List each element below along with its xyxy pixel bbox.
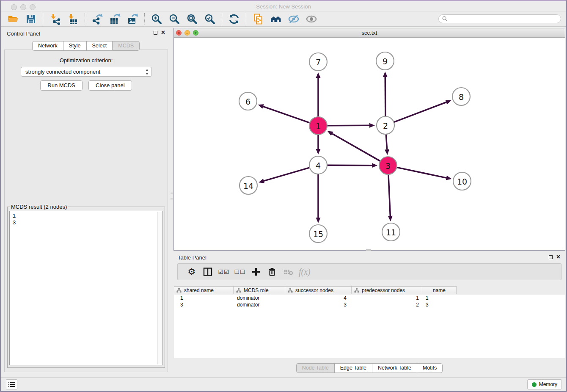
tab-motifs[interactable]: Motifs bbox=[417, 363, 443, 373]
table-options-gear-icon[interactable]: ⚙ bbox=[186, 266, 197, 277]
table-row[interactable]: 1dominator411 bbox=[174, 295, 565, 301]
close-table-panel-icon[interactable]: × bbox=[556, 253, 560, 261]
tab-style[interactable]: Style bbox=[63, 41, 86, 51]
new-network-from-selection-icon[interactable] bbox=[252, 13, 264, 25]
search-field[interactable] bbox=[438, 14, 561, 23]
import-network-icon[interactable] bbox=[49, 13, 61, 25]
float-table-panel-icon[interactable] bbox=[549, 255, 553, 259]
tab-select[interactable]: Select bbox=[86, 41, 113, 51]
search-input[interactable] bbox=[450, 16, 557, 22]
column-header-MCDS-role[interactable]: MCDS role bbox=[234, 287, 285, 294]
tree-icon bbox=[354, 288, 359, 293]
tab-network-table[interactable]: Network Table bbox=[372, 363, 417, 373]
graph-node-label: 2 bbox=[383, 121, 388, 130]
column-header-predecessor-nodes[interactable]: predecessor nodes bbox=[352, 287, 422, 294]
control-panel: Control Panel × NetworkStyleSelectMCDS O… bbox=[2, 27, 170, 377]
select-all-checks-icon[interactable]: ☑☑ bbox=[218, 266, 229, 277]
zoom-in-icon[interactable] bbox=[150, 13, 163, 25]
graph-edge-1-6[interactable] bbox=[263, 107, 310, 123]
table-header: shared nameMCDS rolesuccessor nodesprede… bbox=[174, 286, 457, 294]
search-icon bbox=[442, 16, 448, 22]
export-image-icon[interactable] bbox=[126, 13, 139, 25]
graph-edge-arrowhead bbox=[259, 179, 264, 183]
graph-edge-3-10[interactable] bbox=[397, 167, 446, 178]
graph-node-label: 3 bbox=[385, 161, 391, 171]
table-cell[interactable]: 2 bbox=[352, 302, 422, 308]
dropdown-stepper-icon bbox=[145, 69, 149, 75]
close-panel-button[interactable]: Close panel bbox=[88, 80, 132, 91]
column-header-label: name bbox=[433, 287, 446, 293]
graph-edge-arrowhead bbox=[383, 72, 388, 77]
table-cell[interactable]: 4 bbox=[285, 295, 352, 301]
canvas-resize-grip[interactable] bbox=[366, 249, 371, 251]
graph-edge-2-3[interactable] bbox=[386, 134, 387, 149]
deselect-all-checks-icon[interactable]: ☐☐ bbox=[234, 266, 245, 277]
criterion-value: strongly connected component bbox=[25, 69, 100, 75]
panel-divider-grip[interactable] bbox=[171, 193, 173, 199]
column-header-label: shared name bbox=[184, 287, 214, 293]
table-cell[interactable]: 3 bbox=[285, 302, 352, 308]
table-toolbar: ⚙ ☑☑ ☐☐ f(x) bbox=[177, 263, 561, 280]
zoom-fit-icon[interactable] bbox=[186, 13, 198, 25]
criterion-dropdown[interactable]: strongly connected component bbox=[21, 67, 152, 77]
float-panel-icon[interactable] bbox=[154, 31, 157, 35]
graph-edge-3-1[interactable] bbox=[332, 134, 380, 161]
graph-edge-2-8[interactable] bbox=[394, 102, 446, 122]
table-cell[interactable]: 1 bbox=[352, 295, 422, 301]
table-cell[interactable]: 3 bbox=[422, 302, 457, 308]
first-neighbors-icon[interactable] bbox=[270, 13, 282, 25]
save-session-icon[interactable] bbox=[25, 13, 37, 25]
toolbar-separator bbox=[222, 13, 222, 25]
table-cell[interactable]: dominator bbox=[234, 302, 285, 308]
table-panel-title: Table Panel bbox=[178, 254, 206, 261]
close-panel-icon[interactable]: × bbox=[161, 28, 165, 37]
graph-edge-4-14[interactable] bbox=[264, 168, 309, 181]
zoom-out-icon[interactable] bbox=[168, 13, 181, 25]
hide-selected-icon[interactable] bbox=[287, 13, 300, 25]
tab-edge-table[interactable]: Edge Table bbox=[334, 363, 372, 373]
tab-node-table[interactable]: Node Table bbox=[296, 363, 334, 373]
graph-edge-4-3[interactable] bbox=[327, 165, 372, 166]
table-cell[interactable]: 3 bbox=[174, 302, 234, 308]
graph-node-label: 14 bbox=[243, 181, 253, 190]
show-columns-icon[interactable] bbox=[202, 266, 213, 277]
column-header-shared-name[interactable]: shared name bbox=[174, 287, 234, 294]
zoom-selected-icon[interactable] bbox=[204, 13, 216, 25]
graph-edge-1-2[interactable] bbox=[327, 125, 369, 126]
show-all-icon[interactable] bbox=[305, 13, 318, 25]
memory-button[interactable]: Memory bbox=[527, 379, 562, 389]
mcds-result-text[interactable]: 1 3 bbox=[9, 211, 163, 365]
delete-rows-trash-icon[interactable] bbox=[267, 266, 278, 277]
run-mcds-button[interactable]: Run MCDS bbox=[40, 80, 83, 91]
table-panel: Table Panel × ⚙ ☑☑ ☐☐ f(x) shared nameMC… bbox=[173, 252, 565, 377]
delete-table-icon[interactable] bbox=[283, 266, 294, 277]
status-bar: Memory bbox=[1, 377, 566, 391]
column-header-name[interactable]: name bbox=[422, 287, 457, 294]
task-history-button[interactable] bbox=[6, 379, 17, 389]
column-header-successor-nodes[interactable]: successor nodes bbox=[285, 287, 352, 294]
open-session-icon[interactable] bbox=[7, 13, 19, 25]
import-table-icon[interactable] bbox=[66, 13, 79, 25]
function-builder-icon[interactable]: f(x) bbox=[299, 266, 311, 277]
tab-mcds[interactable]: MCDS bbox=[112, 41, 140, 51]
column-header-label: predecessor nodes bbox=[362, 287, 405, 293]
control-panel-tabs: NetworkStyleSelectMCDS bbox=[2, 41, 170, 51]
tab-network[interactable]: Network bbox=[32, 41, 63, 51]
graph-edge-arrowhead bbox=[316, 149, 321, 155]
export-network-icon[interactable] bbox=[91, 13, 103, 25]
apply-layout-icon[interactable] bbox=[228, 13, 240, 25]
table-body: 1dominator4113dominator323 bbox=[174, 295, 565, 358]
add-row-icon[interactable] bbox=[250, 266, 261, 277]
graph-edge-arrowhead bbox=[446, 176, 452, 180]
network-canvas[interactable]: 7968124314101511 bbox=[174, 38, 565, 250]
table-cell[interactable]: 1 bbox=[174, 295, 234, 301]
graph-edge-2-9[interactable] bbox=[385, 77, 385, 116]
table-cell[interactable]: dominator bbox=[234, 295, 285, 301]
graph-edge-arrowhead bbox=[258, 104, 264, 108]
table-cell[interactable]: 1 bbox=[422, 295, 457, 301]
table-row[interactable]: 3dominator323 bbox=[174, 301, 565, 308]
graph-edge-3-11[interactable] bbox=[388, 174, 390, 216]
table-tabs: Node TableEdge TableNetwork TableMotifs bbox=[173, 363, 565, 373]
export-table-icon[interactable] bbox=[108, 13, 121, 25]
scrollbar[interactable] bbox=[157, 212, 162, 364]
